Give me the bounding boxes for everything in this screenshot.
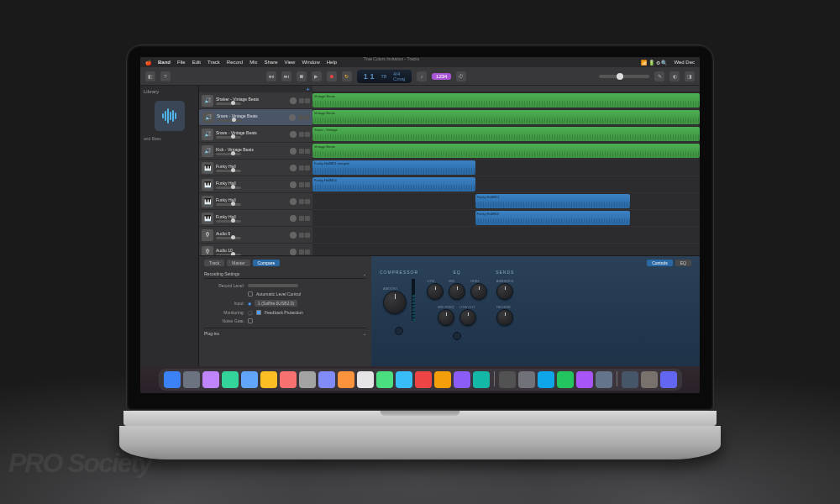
mute-button[interactable]	[299, 98, 304, 103]
solo-button[interactable]	[305, 182, 310, 187]
menu-view[interactable]: View	[285, 60, 296, 65]
track-header[interactable]: 🔊 Snare - Vintage Beats	[199, 109, 312, 126]
track-lane[interactable]: Vintage Beats	[312, 143, 700, 160]
solo-button[interactable]	[305, 199, 310, 204]
status-icons[interactable]: 📶 🔋 ⚙ 🔍	[641, 60, 667, 66]
macos-dock[interactable]	[140, 366, 700, 393]
track-header[interactable]: 🎹 Funky Hall	[199, 160, 312, 176]
track-header[interactable]: 🔊 Snare - Vintage Beats	[199, 126, 312, 143]
audio-region[interactable]: Snare - Vintage	[312, 127, 700, 141]
library-categories[interactable]: and Bass	[144, 134, 195, 143]
feedback-checkbox[interactable]	[256, 310, 261, 315]
mute-button[interactable]	[299, 132, 304, 137]
track-pan-knob[interactable]	[290, 232, 297, 239]
dock-app-icon[interactable]	[454, 371, 470, 388]
menu-share[interactable]: Share	[264, 60, 277, 65]
track-volume-slider[interactable]	[216, 203, 241, 206]
track-volume-slider[interactable]	[217, 119, 242, 122]
app-name[interactable]: Band	[158, 60, 171, 65]
audio-region[interactable]: Funky HallM21	[475, 194, 630, 208]
track-pan-knob[interactable]	[290, 165, 297, 171]
menu-help[interactable]: Help	[327, 60, 337, 65]
ambience-knob[interactable]	[496, 283, 513, 300]
dock-app-icon[interactable]	[202, 371, 219, 388]
dock-app-icon[interactable]	[596, 371, 612, 388]
dock-app-icon[interactable]	[557, 371, 574, 388]
track-volume-slider[interactable]	[216, 153, 241, 155]
track-pan-knob[interactable]	[289, 114, 296, 121]
tab-controls[interactable]: Controls	[647, 260, 673, 266]
record-level-slider[interactable]	[248, 284, 298, 287]
solo-button[interactable]	[305, 233, 310, 238]
track-pan-knob[interactable]	[290, 181, 297, 188]
forward-button[interactable]: ⏭	[281, 71, 291, 81]
track-header[interactable]: 🎹 Funky Hall	[199, 193, 312, 210]
cycle-button[interactable]: ↻	[342, 71, 352, 81]
eq-lowcut-knob[interactable]	[459, 309, 476, 326]
dock-app-icon[interactable]	[164, 371, 181, 388]
eq-mid-knob[interactable]	[449, 283, 465, 300]
eq-power-button[interactable]	[453, 332, 461, 340]
dock-app-icon[interactable]	[280, 371, 297, 388]
dock-app-icon[interactable]	[338, 371, 354, 388]
solo-button[interactable]	[305, 98, 310, 103]
quick-help-button[interactable]: ?	[160, 71, 171, 81]
menubar-clock[interactable]: Wed Dec	[674, 60, 695, 65]
input-select[interactable]: 1 (Saffire 6USB2.0)	[255, 300, 297, 307]
dock-app-icon[interactable]	[376, 371, 393, 388]
solo-button[interactable]	[305, 132, 310, 137]
track-lane[interactable]	[312, 227, 700, 244]
track-lane[interactable]: Funky HallM14	[312, 176, 700, 193]
dock-app-icon[interactable]	[299, 371, 316, 388]
menu-edit[interactable]: Edit	[192, 60, 201, 65]
track-lane[interactable]	[312, 244, 700, 255]
track-lane[interactable]: Funky HallM01 merged	[312, 160, 700, 176]
track-pan-knob[interactable]	[290, 131, 297, 138]
track-header[interactable]: 🎹 Funky Hall	[199, 210, 312, 227]
section-title[interactable]: Recording Settings	[204, 271, 239, 276]
track-header[interactable]: 🔊 Shaker - Vintage Beats	[199, 92, 312, 109]
track-pan-knob[interactable]	[290, 249, 297, 255]
dock-app-icon[interactable]	[641, 371, 658, 388]
count-in-button[interactable]: 1234	[432, 73, 451, 80]
track-header[interactable]: 🔊 Kick - Vintage Beats	[199, 143, 312, 160]
track-volume-slider[interactable]	[216, 102, 241, 105]
menu-mix[interactable]: Mix	[249, 60, 257, 65]
dock-app-icon[interactable]	[415, 371, 432, 388]
track-lane[interactable]: Funky HallM21	[312, 193, 700, 210]
track-volume-slider[interactable]	[216, 170, 241, 172]
apple-icon[interactable]: 🍎	[145, 60, 151, 66]
metronome-button[interactable]: ⏱	[456, 71, 466, 81]
audio-region[interactable]: Funky HallM14	[312, 177, 475, 192]
mute-button[interactable]	[299, 199, 304, 204]
mute-button[interactable]	[299, 216, 304, 221]
lcd-display[interactable]: True Colors Invitation - Tracks 1 1 78 4…	[357, 70, 412, 83]
reverb-knob[interactable]	[496, 309, 513, 326]
auto-level-checkbox[interactable]	[248, 291, 253, 297]
editors-button[interactable]: ◨	[685, 71, 695, 81]
tuner-button[interactable]: ♪	[417, 71, 427, 81]
track-lane[interactable]: Vintage Beats	[312, 92, 700, 109]
mute-button[interactable]	[299, 249, 304, 255]
track-pan-knob[interactable]	[290, 198, 297, 205]
arrange-area[interactable]: Vintage BeatsVintage BeatsSnare - Vintag…	[312, 86, 700, 255]
dock-app-icon[interactable]	[434, 371, 451, 388]
audio-region[interactable]: Vintage Beats	[312, 144, 700, 158]
mute-button[interactable]	[298, 115, 303, 120]
track-lane[interactable]: Snare - Vintage	[312, 126, 700, 143]
eq-midfreq-knob[interactable]	[438, 309, 454, 326]
audio-region[interactable]: Funky HallM19	[475, 211, 630, 225]
eq-low-knob[interactable]	[427, 283, 444, 300]
dock-app-icon[interactable]	[318, 371, 335, 388]
dock-app-icon[interactable]	[222, 371, 239, 388]
track-pan-knob[interactable]	[290, 215, 297, 222]
track-header[interactable]: 🎹 Funky Hall	[199, 176, 312, 193]
track-volume-slider[interactable]	[216, 237, 241, 239]
menu-track[interactable]: Track	[207, 60, 220, 65]
dock-app-icon[interactable]	[518, 371, 535, 388]
dock-app-icon[interactable]	[357, 371, 374, 388]
menu-record[interactable]: Record	[227, 60, 243, 65]
track-volume-slider[interactable]	[216, 254, 241, 256]
mute-button[interactable]	[299, 233, 304, 238]
plugins-section[interactable]: Plug-ins	[204, 331, 219, 336]
